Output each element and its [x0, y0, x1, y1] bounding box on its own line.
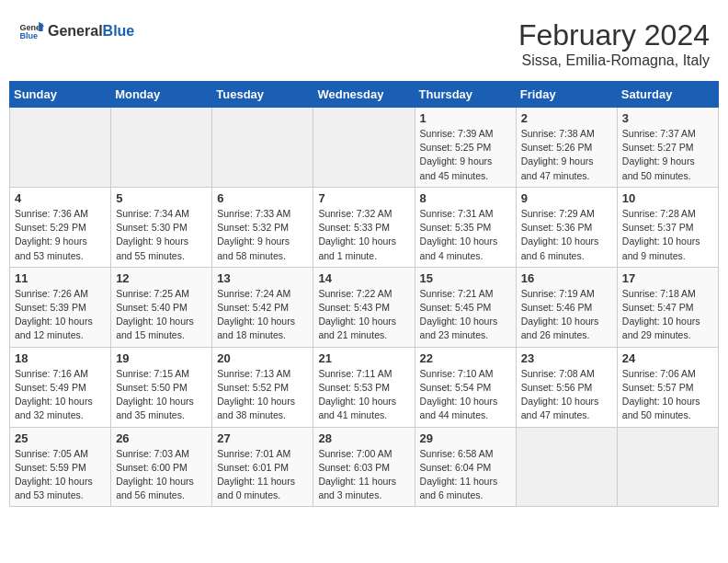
day-info: Sunrise: 7:08 AM Sunset: 5:56 PM Dayligh…: [521, 367, 612, 423]
day-info: Sunrise: 7:03 AM Sunset: 6:00 PM Dayligh…: [116, 447, 207, 503]
day-number: 15: [420, 271, 511, 285]
day-info: Sunrise: 7:19 AM Sunset: 5:46 PM Dayligh…: [521, 287, 612, 343]
day-number: 26: [116, 431, 207, 445]
week-row-2: 4Sunrise: 7:36 AM Sunset: 5:29 PM Daylig…: [10, 187, 719, 267]
day-number: 3: [622, 111, 713, 125]
day-number: 14: [318, 271, 409, 285]
calendar-cell: 28Sunrise: 7:00 AM Sunset: 6:03 PM Dayli…: [313, 427, 415, 507]
calendar-cell: 19Sunrise: 7:15 AM Sunset: 5:50 PM Dayli…: [111, 347, 212, 427]
title-area: February 2024 Sissa, Emilia-Romagna, Ita…: [518, 18, 710, 69]
calendar-cell: 18Sunrise: 7:16 AM Sunset: 5:49 PM Dayli…: [10, 347, 111, 427]
day-info: Sunrise: 7:15 AM Sunset: 5:50 PM Dayligh…: [116, 367, 207, 423]
week-row-3: 11Sunrise: 7:26 AM Sunset: 5:39 PM Dayli…: [10, 267, 719, 347]
main-title: February 2024: [518, 18, 710, 52]
calendar-cell: 22Sunrise: 7:10 AM Sunset: 5:54 PM Dayli…: [415, 347, 516, 427]
day-info: Sunrise: 7:25 AM Sunset: 5:40 PM Dayligh…: [116, 287, 207, 343]
calendar-cell: 4Sunrise: 7:36 AM Sunset: 5:29 PM Daylig…: [10, 187, 111, 267]
day-info: Sunrise: 7:34 AM Sunset: 5:30 PM Dayligh…: [116, 207, 207, 263]
day-info: Sunrise: 7:13 AM Sunset: 5:52 PM Dayligh…: [217, 367, 308, 423]
day-info: Sunrise: 7:26 AM Sunset: 5:39 PM Dayligh…: [15, 287, 106, 343]
day-number: 28: [318, 431, 409, 445]
calendar-cell: [516, 427, 617, 507]
logo: General Blue GeneralBlue: [18, 18, 134, 44]
day-number: 10: [622, 191, 713, 205]
day-number: 24: [622, 351, 713, 365]
day-number: 2: [521, 111, 612, 125]
calendar-cell: 13Sunrise: 7:24 AM Sunset: 5:42 PM Dayli…: [212, 267, 313, 347]
calendar-cell: [212, 108, 313, 188]
day-number: 16: [521, 271, 612, 285]
day-info: Sunrise: 7:01 AM Sunset: 6:01 PM Dayligh…: [217, 447, 308, 503]
calendar: SundayMondayTuesdayWednesdayThursdayFrid…: [9, 81, 719, 507]
calendar-cell: 24Sunrise: 7:06 AM Sunset: 5:57 PM Dayli…: [617, 347, 718, 427]
calendar-cell: 29Sunrise: 6:58 AM Sunset: 6:04 PM Dayli…: [415, 427, 516, 507]
weekday-header-tuesday: Tuesday: [212, 82, 313, 108]
header: General Blue GeneralBlue February 2024 S…: [9, 9, 719, 74]
calendar-cell: 17Sunrise: 7:18 AM Sunset: 5:47 PM Dayli…: [617, 267, 718, 347]
day-info: Sunrise: 7:00 AM Sunset: 6:03 PM Dayligh…: [318, 447, 409, 503]
calendar-cell: 21Sunrise: 7:11 AM Sunset: 5:53 PM Dayli…: [313, 347, 415, 427]
calendar-cell: 3Sunrise: 7:37 AM Sunset: 5:27 PM Daylig…: [617, 108, 718, 188]
week-row-4: 18Sunrise: 7:16 AM Sunset: 5:49 PM Dayli…: [10, 347, 719, 427]
day-number: 29: [420, 431, 511, 445]
day-info: Sunrise: 7:39 AM Sunset: 5:25 PM Dayligh…: [420, 127, 511, 183]
day-info: Sunrise: 7:32 AM Sunset: 5:33 PM Dayligh…: [318, 207, 409, 263]
day-number: 6: [217, 191, 308, 205]
weekday-header-saturday: Saturday: [617, 82, 718, 108]
day-info: Sunrise: 7:36 AM Sunset: 5:29 PM Dayligh…: [15, 207, 106, 263]
calendar-cell: [10, 108, 111, 188]
day-info: Sunrise: 6:58 AM Sunset: 6:04 PM Dayligh…: [420, 447, 511, 503]
day-number: 9: [521, 191, 612, 205]
day-info: Sunrise: 7:24 AM Sunset: 5:42 PM Dayligh…: [217, 287, 308, 343]
calendar-cell: 9Sunrise: 7:29 AM Sunset: 5:36 PM Daylig…: [516, 187, 617, 267]
svg-marker-3: [39, 24, 42, 31]
day-number: 4: [15, 191, 106, 205]
day-number: 13: [217, 271, 308, 285]
calendar-cell: 12Sunrise: 7:25 AM Sunset: 5:40 PM Dayli…: [111, 267, 212, 347]
calendar-cell: 6Sunrise: 7:33 AM Sunset: 5:32 PM Daylig…: [212, 187, 313, 267]
calendar-cell: 26Sunrise: 7:03 AM Sunset: 6:00 PM Dayli…: [111, 427, 212, 507]
calendar-cell: 5Sunrise: 7:34 AM Sunset: 5:30 PM Daylig…: [111, 187, 212, 267]
weekday-header-wednesday: Wednesday: [313, 82, 415, 108]
week-row-5: 25Sunrise: 7:05 AM Sunset: 5:59 PM Dayli…: [10, 427, 719, 507]
day-number: 1: [420, 111, 511, 125]
calendar-cell: 25Sunrise: 7:05 AM Sunset: 5:59 PM Dayli…: [10, 427, 111, 507]
day-info: Sunrise: 7:29 AM Sunset: 5:36 PM Dayligh…: [521, 207, 612, 263]
calendar-cell: 8Sunrise: 7:31 AM Sunset: 5:35 PM Daylig…: [415, 187, 516, 267]
day-info: Sunrise: 7:31 AM Sunset: 5:35 PM Dayligh…: [420, 207, 511, 263]
calendar-cell: 14Sunrise: 7:22 AM Sunset: 5:43 PM Dayli…: [313, 267, 415, 347]
day-info: Sunrise: 7:10 AM Sunset: 5:54 PM Dayligh…: [420, 367, 511, 423]
calendar-cell: 11Sunrise: 7:26 AM Sunset: 5:39 PM Dayli…: [10, 267, 111, 347]
calendar-cell: [617, 427, 718, 507]
logo-general: General: [48, 23, 103, 39]
calendar-cell: 27Sunrise: 7:01 AM Sunset: 6:01 PM Dayli…: [212, 427, 313, 507]
calendar-cell: [313, 108, 415, 188]
weekday-header-row: SundayMondayTuesdayWednesdayThursdayFrid…: [10, 82, 719, 108]
day-number: 20: [217, 351, 308, 365]
day-number: 17: [622, 271, 713, 285]
day-number: 23: [521, 351, 612, 365]
day-info: Sunrise: 7:28 AM Sunset: 5:37 PM Dayligh…: [622, 207, 713, 263]
calendar-cell: 15Sunrise: 7:21 AM Sunset: 5:45 PM Dayli…: [415, 267, 516, 347]
day-number: 22: [420, 351, 511, 365]
calendar-cell: 7Sunrise: 7:32 AM Sunset: 5:33 PM Daylig…: [313, 187, 415, 267]
day-info: Sunrise: 7:16 AM Sunset: 5:49 PM Dayligh…: [15, 367, 106, 423]
weekday-header-thursday: Thursday: [415, 82, 516, 108]
svg-text:Blue: Blue: [19, 31, 38, 40]
calendar-cell: 2Sunrise: 7:38 AM Sunset: 5:26 PM Daylig…: [516, 108, 617, 188]
day-info: Sunrise: 7:05 AM Sunset: 5:59 PM Dayligh…: [15, 447, 106, 503]
day-info: Sunrise: 7:11 AM Sunset: 5:53 PM Dayligh…: [318, 367, 409, 423]
week-row-1: 1Sunrise: 7:39 AM Sunset: 5:25 PM Daylig…: [10, 108, 719, 188]
day-number: 21: [318, 351, 409, 365]
logo-icon: General Blue: [18, 18, 44, 44]
calendar-cell: [111, 108, 212, 188]
calendar-cell: 1Sunrise: 7:39 AM Sunset: 5:25 PM Daylig…: [415, 108, 516, 188]
day-number: 5: [116, 191, 207, 205]
subtitle: Sissa, Emilia-Romagna, Italy: [518, 52, 710, 69]
day-info: Sunrise: 7:22 AM Sunset: 5:43 PM Dayligh…: [318, 287, 409, 343]
weekday-header-monday: Monday: [111, 82, 212, 108]
weekday-header-friday: Friday: [516, 82, 617, 108]
day-number: 25: [15, 431, 106, 445]
day-info: Sunrise: 7:21 AM Sunset: 5:45 PM Dayligh…: [420, 287, 511, 343]
day-number: 7: [318, 191, 409, 205]
